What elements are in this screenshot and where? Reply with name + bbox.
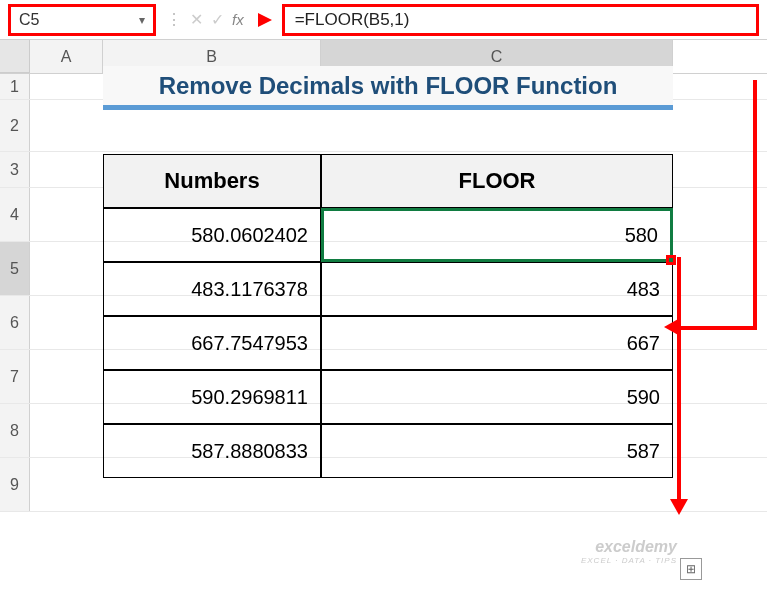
header-floor[interactable]: FLOOR — [321, 154, 673, 208]
table-row: 667.7547953 667 — [103, 316, 673, 370]
autofill-options-icon[interactable]: ⊞ — [680, 558, 702, 580]
cell-A6[interactable] — [30, 296, 103, 349]
page-title: Remove Decimals with FLOOR Function — [103, 66, 673, 110]
table-header-row: Numbers FLOOR — [103, 154, 673, 208]
spreadsheet-grid: A B C 1 2 3 4 5 6 7 8 9 — [0, 40, 767, 512]
arrow-connector-icon — [753, 80, 757, 330]
cell-B8[interactable]: 590.2969811 — [103, 370, 321, 424]
fx-icon[interactable]: fx — [232, 11, 244, 28]
row-header-3[interactable]: 3 — [0, 152, 30, 187]
formula-controls: ⋮ ✕ ✓ fx — [162, 10, 248, 29]
arrow-connector-h-icon — [677, 326, 757, 330]
cell-A1[interactable] — [30, 74, 103, 99]
row-header-7[interactable]: 7 — [0, 350, 30, 403]
cell-B9[interactable]: 587.8880833 — [103, 424, 321, 478]
data-table: Numbers FLOOR 580.0602402 580 483.117637… — [103, 154, 673, 478]
fill-handle[interactable] — [666, 255, 676, 265]
row-header-1[interactable]: 1 — [0, 74, 30, 99]
watermark-brand: exceldemy — [581, 538, 677, 556]
cell-A8[interactable] — [30, 404, 103, 457]
cancel-icon[interactable]: ✕ — [190, 10, 203, 29]
cell-A7[interactable] — [30, 350, 103, 403]
table-row: 580.0602402 580 — [103, 208, 673, 262]
check-icon[interactable]: ✓ — [211, 10, 224, 29]
watermark-tagline: EXCEL · DATA · TIPS — [581, 556, 677, 565]
cell-C5[interactable]: 580 — [321, 208, 673, 262]
cell-A9[interactable] — [30, 458, 103, 511]
formula-input[interactable]: =FLOOR(B5,1) — [282, 4, 759, 36]
cell-value: 580 — [625, 224, 658, 247]
arrow-down-icon — [670, 499, 688, 515]
cell-C8[interactable]: 590 — [321, 370, 673, 424]
formula-text: =FLOOR(B5,1) — [295, 10, 410, 30]
table-row: 483.1176378 483 — [103, 262, 673, 316]
arrow-right-icon — [258, 13, 272, 27]
cell-A4[interactable] — [30, 188, 103, 241]
cell-B7[interactable]: 667.7547953 — [103, 316, 321, 370]
cell-C7[interactable]: 667 — [321, 316, 673, 370]
name-box-value: C5 — [19, 11, 39, 29]
table-row: 590.2969811 590 — [103, 370, 673, 424]
formula-bar: C5 ▾ ⋮ ✕ ✓ fx =FLOOR(B5,1) — [0, 0, 767, 40]
col-header-A[interactable]: A — [30, 40, 103, 73]
row-header-9[interactable]: 9 — [0, 458, 30, 511]
name-box[interactable]: C5 ▾ — [8, 4, 156, 36]
chevron-down-icon[interactable]: ▾ — [139, 13, 145, 27]
arrow-line-icon — [677, 257, 681, 501]
cell-C9[interactable]: 587 — [321, 424, 673, 478]
row-header-4[interactable]: 4 — [0, 188, 30, 241]
cell-B6[interactable]: 483.1176378 — [103, 262, 321, 316]
select-all-corner[interactable] — [0, 40, 30, 73]
table-row: 587.8880833 587 — [103, 424, 673, 478]
row-header-2[interactable]: 2 — [0, 100, 30, 151]
row-header-6[interactable]: 6 — [0, 296, 30, 349]
row-header-8[interactable]: 8 — [0, 404, 30, 457]
cell-B5[interactable]: 580.0602402 — [103, 208, 321, 262]
cell-A5[interactable] — [30, 242, 103, 295]
cell-A2[interactable] — [30, 100, 103, 151]
cell-C6[interactable]: 483 — [321, 262, 673, 316]
arrow-left-icon — [664, 318, 680, 336]
header-numbers[interactable]: Numbers — [103, 154, 321, 208]
watermark: exceldemy EXCEL · DATA · TIPS — [581, 538, 677, 565]
cell-A3[interactable] — [30, 152, 103, 187]
dots-icon: ⋮ — [166, 10, 182, 29]
row-header-5[interactable]: 5 — [0, 242, 30, 295]
